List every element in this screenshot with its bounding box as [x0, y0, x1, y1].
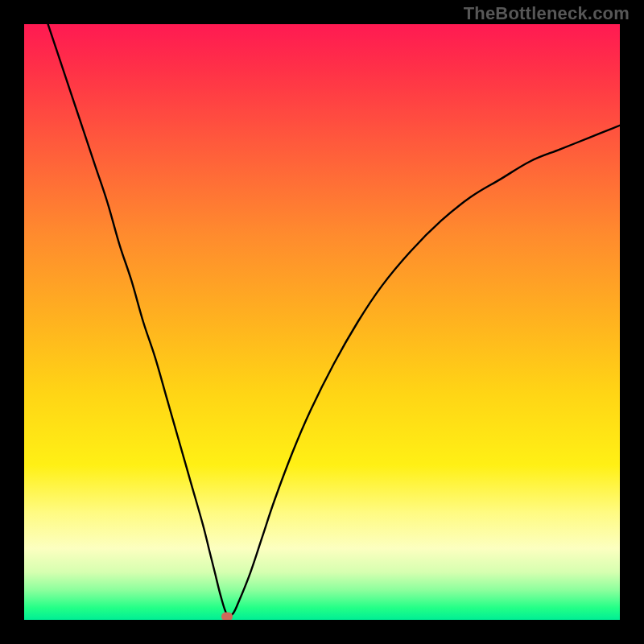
bottleneck-curve: [24, 24, 620, 620]
curve-path: [48, 24, 620, 616]
optimal-point-marker: [221, 613, 233, 620]
chart-frame: TheBottleneck.com: [0, 0, 644, 644]
watermark-text: TheBottleneck.com: [464, 3, 630, 24]
plot-area: [24, 24, 620, 620]
